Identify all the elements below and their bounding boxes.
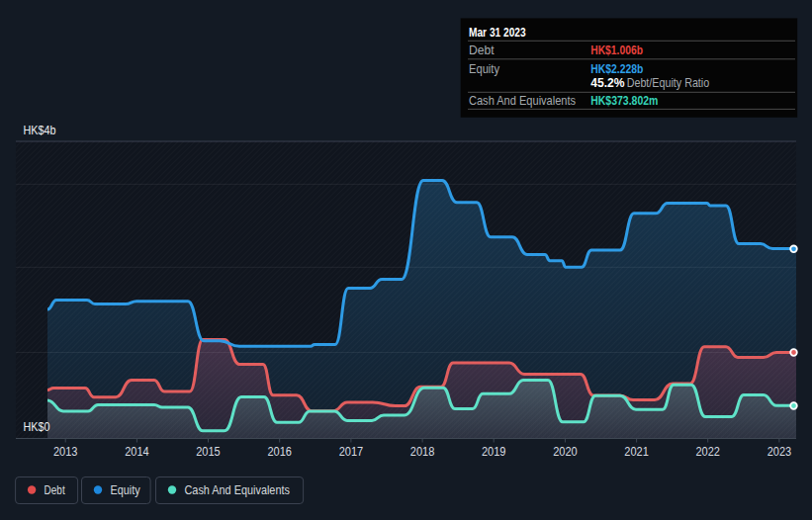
svg-text:Cash And Equivalents: Cash And Equivalents <box>185 482 291 497</box>
svg-text:2017: 2017 <box>339 444 364 459</box>
svg-text:HK$1.006b: HK$1.006b <box>590 43 643 57</box>
svg-text:2014: 2014 <box>125 444 149 459</box>
svg-text:HK$2.228b: HK$2.228b <box>590 61 643 76</box>
svg-text:HK$0: HK$0 <box>24 419 50 434</box>
svg-text:HK$4b: HK$4b <box>24 123 56 137</box>
svg-text:Debt: Debt <box>45 482 65 497</box>
svg-text:45.2%: 45.2% <box>590 75 625 90</box>
svg-text:Debt/Equity Ratio: Debt/Equity Ratio <box>627 75 710 90</box>
svg-text:2013: 2013 <box>53 444 78 459</box>
svg-text:2021: 2021 <box>624 444 649 459</box>
svg-text:2023: 2023 <box>767 444 792 459</box>
svg-text:Equity: Equity <box>469 61 499 76</box>
svg-text:Mar 31 2023: Mar 31 2023 <box>469 25 526 40</box>
svg-text:2018: 2018 <box>410 444 435 459</box>
svg-text:2022: 2022 <box>695 444 720 459</box>
svg-text:2016: 2016 <box>267 444 292 459</box>
svg-text:Debt: Debt <box>469 43 495 57</box>
svg-text:Equity: Equity <box>111 482 141 497</box>
svg-text:2015: 2015 <box>196 444 221 459</box>
svg-text:2020: 2020 <box>553 444 578 459</box>
svg-text:2019: 2019 <box>482 444 506 459</box>
svg-text:HK$373.802m: HK$373.802m <box>590 93 658 108</box>
svg-text:Cash And Equivalents: Cash And Equivalents <box>469 93 577 108</box>
